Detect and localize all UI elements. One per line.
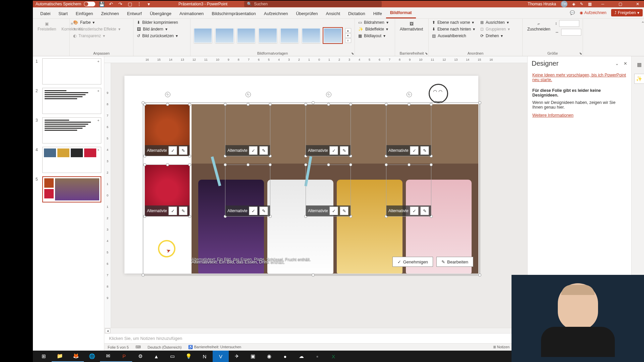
comments-icon[interactable]: 💬 [570, 10, 575, 15]
style-thumb[interactable] [302, 28, 320, 43]
style-thumb[interactable] [194, 28, 212, 43]
powerpoint-icon[interactable]: P [116, 351, 132, 362]
notes-area[interactable]: Klicken Sie, um Notizen hinzuzufügen [104, 333, 527, 343]
tab-zeichnen[interactable]: Zeichnen [97, 9, 123, 18]
slide-canvas[interactable]: ↻ Alternativte...✓✎ ↻ Alternativte...✓✎ [111, 63, 527, 328]
designer-side-icon[interactable]: ✨ [634, 74, 644, 84]
tab-ueberpruefen[interactable]: Überprüfen [292, 9, 322, 18]
picture-styles-gallery[interactable]: ▴▾▿ [194, 20, 351, 51]
tab-hilfe[interactable]: Hilfe [369, 9, 386, 18]
outlook-icon[interactable]: ✉ [100, 351, 116, 362]
accessibility-status[interactable]: ♿ Barrierefreiheit: Untersuchen [188, 345, 241, 349]
horizontal-scrollbar[interactable]: ◂ ▸ [104, 328, 527, 333]
tab-entwurf[interactable]: Entwurf [123, 9, 146, 18]
slide-thumb-1[interactable]: ✦ [42, 58, 101, 84]
gallery-scroll[interactable]: ▴▾▿ [345, 28, 351, 43]
save-icon[interactable]: 💾 [99, 1, 105, 7]
language-indicator[interactable]: Deutsch (Österreich) [148, 345, 181, 349]
tab-datei[interactable]: Datei [36, 9, 54, 18]
style-thumb-selected[interactable] [324, 28, 342, 43]
farbe-button[interactable]: 🎨Farbe ▾ [73, 20, 120, 25]
share-button[interactable]: ⤴Freigeben▾ [611, 9, 643, 16]
undo-icon[interactable]: ↶ [108, 1, 114, 7]
designer-more-info-link[interactable]: Weitere Informationen [532, 113, 627, 118]
scroll-left-icon[interactable]: ◂ [105, 328, 110, 333]
chevron-down-icon[interactable]: ⌄ [615, 61, 619, 66]
tab-aufzeichnen[interactable]: Aufzeichnen [260, 9, 292, 18]
close-pane-icon[interactable]: ✕ [624, 61, 627, 66]
rotate-handle-icon[interactable]: ↻ [407, 92, 412, 97]
app-icon[interactable]: ▫ [309, 351, 325, 362]
redo-icon[interactable]: ↷ [117, 1, 123, 7]
maximize-icon[interactable]: ▢ [614, 1, 627, 7]
alternativtext-button[interactable]: 🖼Alternativtext [398, 20, 424, 33]
chrome-icon[interactable]: 🌐 [84, 351, 100, 362]
autosave-toggle[interactable]: Automatisches Speichern [36, 2, 95, 6]
dialog-launcher-icon[interactable]: ⬊ [425, 52, 428, 55]
autosave-switch[interactable] [84, 2, 95, 6]
slide-thumb-4[interactable]: ✦ [42, 147, 101, 173]
rotate-handle-icon[interactable]: ↻ [246, 92, 251, 97]
style-thumb[interactable] [237, 28, 255, 43]
tab-start[interactable]: Start [54, 9, 71, 18]
style-thumb[interactable] [259, 28, 277, 43]
dialog-launcher-icon[interactable]: ⬊ [351, 52, 354, 55]
diamond-icon[interactable]: ◈ [572, 2, 575, 6]
style-thumb[interactable] [280, 28, 299, 43]
tab-ansicht[interactable]: Ansicht [322, 9, 344, 18]
app-icon[interactable]: ⚙ [132, 351, 148, 362]
record-button[interactable]: ◉Aufzeichnen [580, 10, 606, 15]
group-selection[interactable] [143, 103, 480, 275]
ausrichten-button[interactable]: ⊞Ausrichten ▾ [480, 20, 510, 25]
side-icon-1[interactable]: ▦ [634, 60, 644, 70]
designer-restart-link[interactable]: Keine Ideen mehr vorschlagen, bis ich Po… [532, 73, 627, 82]
slide-thumb-5[interactable]: ✦ [42, 176, 101, 202]
tab-animationen[interactable]: Animationen [175, 9, 208, 18]
app-icon[interactable]: ☁ [293, 351, 309, 362]
start-button[interactable]: ⊞ [36, 351, 52, 362]
minimize-icon[interactable]: ─ [596, 1, 609, 7]
approve-button[interactable]: ✓Genehmigen [392, 257, 433, 267]
komprimieren-button[interactable]: ⬇Bilder komprimieren [137, 20, 178, 25]
obs-icon[interactable]: ◉ [261, 351, 277, 362]
qat-more-icon[interactable]: ▾ [146, 1, 152, 7]
tab-uebergaenge[interactable]: Übergänge [146, 9, 175, 18]
tab-bildformat[interactable]: Bildformat [386, 8, 416, 18]
bild-aendern-button[interactable]: 🖼Bild ändern ▾ [137, 27, 178, 32]
height-input[interactable]: ↕ [555, 20, 581, 27]
app-icon[interactable]: V [213, 351, 229, 362]
app-icon[interactable]: ● [277, 351, 293, 362]
slide-thumb-3[interactable]: ✦ [42, 117, 101, 143]
qat-icon-2[interactable]: ⋮ [136, 1, 142, 7]
onenote-icon[interactable]: N [197, 351, 213, 362]
app-icon[interactable]: ▦ [588, 2, 592, 6]
user-name[interactable]: Thomas Hruska [528, 2, 556, 6]
dialog-launcher-icon[interactable]: ⬊ [579, 52, 582, 55]
style-thumb[interactable] [215, 28, 233, 43]
width-input[interactable]: ↔ [555, 29, 581, 36]
slides-panel[interactable]: 1✦ 2✦ 3✦ 4✦ 5✦ [33, 56, 104, 351]
edit-button[interactable]: ✎Bearbeiten [436, 257, 473, 267]
pen-icon[interactable]: ✎ [580, 2, 583, 6]
search-box[interactable]: 🔍 Suchen [244, 1, 382, 7]
explorer-icon[interactable]: 📁 [52, 351, 68, 362]
tab-bildschirm[interactable]: Bildschirmpräsentation [208, 9, 260, 18]
rotate-handle-icon[interactable]: ↻ [326, 92, 331, 97]
firefox-icon[interactable]: 🦊 [68, 351, 84, 362]
user-avatar[interactable]: TH [561, 1, 568, 7]
ebene-vorne-button[interactable]: ⬆Ebene nach vorne ▾ [432, 20, 475, 25]
collapse-ribbon-icon[interactable]: ⌃ [639, 19, 644, 56]
bildeffekte-button[interactable]: ✨Bildeffekte ▾ [358, 27, 388, 32]
slide-thumb-2[interactable]: ✦ [42, 88, 101, 114]
app-icon[interactable]: ▣ [245, 351, 261, 362]
slide-surface[interactable]: ↻ Alternativte...✓✎ ↻ Alternativte...✓✎ [124, 76, 478, 274]
qat-icon-1[interactable]: ▢ [127, 1, 133, 7]
auswahlbereich-button[interactable]: ▤Auswahlbereich [432, 34, 475, 38]
bildrahmen-button[interactable]: ▭Bildrahmen ▾ [358, 20, 388, 25]
excel-icon[interactable]: X [325, 351, 341, 362]
tab-dictation[interactable]: Dictation [344, 9, 369, 18]
close-icon[interactable]: ✕ [631, 1, 644, 7]
bild-reset-button[interactable]: ↺Bild zurücksetzen ▾ [137, 34, 178, 38]
app-icon[interactable]: 💡 [180, 351, 197, 362]
telegram-icon[interactable]: ✈ [229, 351, 245, 362]
